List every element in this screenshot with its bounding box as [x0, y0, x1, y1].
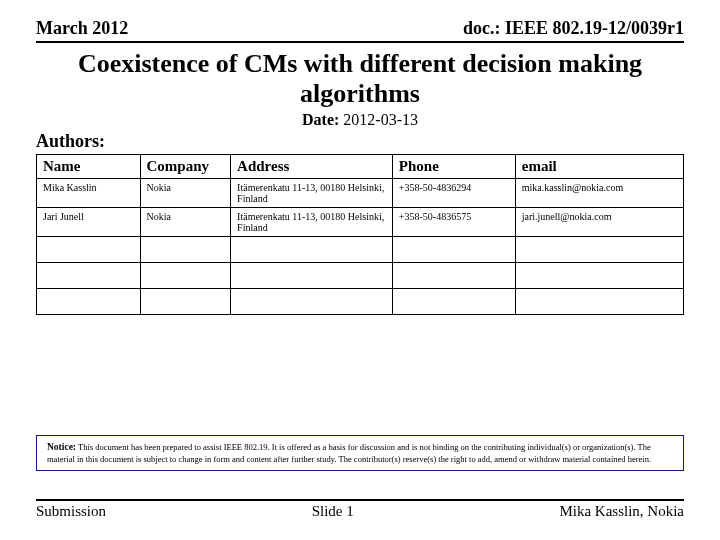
cell-phone [392, 236, 515, 262]
header-date: March 2012 [36, 18, 128, 39]
notice-text: This document has been prepared to assis… [47, 442, 651, 464]
footer-left: Submission [36, 503, 106, 520]
cell-name: Jari Junell [37, 207, 141, 236]
th-phone: Phone [392, 154, 515, 178]
footer-right: Mika Kasslin, Nokia [559, 503, 684, 520]
th-name: Name [37, 154, 141, 178]
date-value: 2012-03-13 [343, 111, 418, 128]
table-row [37, 236, 684, 262]
cell-company: Nokia [140, 207, 231, 236]
cell-name [37, 236, 141, 262]
footer: Submission Slide 1 Mika Kasslin, Nokia [36, 499, 684, 520]
cell-address: Itämerenkatu 11-13, 00180 Helsinki, Finl… [231, 178, 393, 207]
notice-box: Notice: This document has been prepared … [36, 435, 684, 472]
header-doc-id: doc.: IEEE 802.19-12/0039r1 [463, 18, 684, 39]
cell-name: Mika Kasslin [37, 178, 141, 207]
header-row: March 2012 doc.: IEEE 802.19-12/0039r1 [36, 18, 684, 43]
footer-center: Slide 1 [312, 503, 354, 520]
table-header-row: Name Company Address Phone email [37, 154, 684, 178]
cell-phone [392, 288, 515, 314]
cell-email [515, 236, 683, 262]
table-row [37, 288, 684, 314]
cell-phone [392, 262, 515, 288]
cell-email [515, 288, 683, 314]
cell-phone: +358-50-4836575 [392, 207, 515, 236]
cell-company [140, 288, 231, 314]
table-row: Mika Kasslin Nokia Itämerenkatu 11-13, 0… [37, 178, 684, 207]
cell-email: jari.junell@nokia.com [515, 207, 683, 236]
table-row: Jari Junell Nokia Itämerenkatu 11-13, 00… [37, 207, 684, 236]
cell-email [515, 262, 683, 288]
date-line: Date: 2012-03-13 [36, 111, 684, 129]
th-address: Address [231, 154, 393, 178]
th-email: email [515, 154, 683, 178]
notice-label: Notice: [47, 442, 76, 452]
th-company: Company [140, 154, 231, 178]
cell-company [140, 262, 231, 288]
cell-company: Nokia [140, 178, 231, 207]
cell-name [37, 262, 141, 288]
cell-address: Itämerenkatu 11-13, 00180 Helsinki, Finl… [231, 207, 393, 236]
cell-address [231, 288, 393, 314]
page-title: Coexistence of CMs with different decisi… [36, 49, 684, 109]
cell-phone: +358-50-4836294 [392, 178, 515, 207]
authors-label: Authors: [36, 131, 684, 152]
cell-name [37, 288, 141, 314]
cell-address [231, 236, 393, 262]
table-row [37, 262, 684, 288]
date-label: Date: [302, 111, 339, 128]
cell-email: mika.kasslin@nokia.com [515, 178, 683, 207]
cell-address [231, 262, 393, 288]
authors-table: Name Company Address Phone email Mika Ka… [36, 154, 684, 315]
cell-company [140, 236, 231, 262]
